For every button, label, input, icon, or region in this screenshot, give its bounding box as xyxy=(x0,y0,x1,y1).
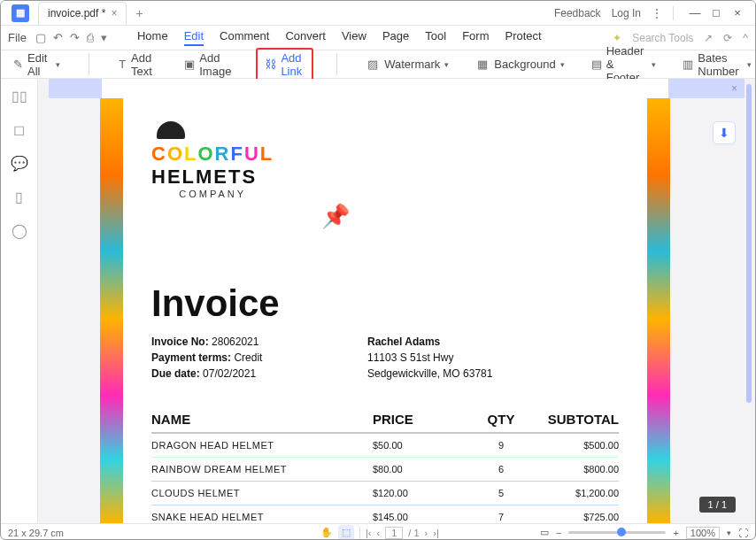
print-icon[interactable]: ⎙ xyxy=(87,31,94,44)
first-page-icon[interactable]: |‹ xyxy=(366,528,372,538)
col-qty: QTY xyxy=(461,412,541,427)
statusbar: 21 x 29.7 cm ✋ ⬚ |‹ ‹ 1 / 1 › ›| ▭ − + 1… xyxy=(1,523,755,540)
current-page-input[interactable]: 1 xyxy=(385,527,403,539)
minimize-button[interactable]: — xyxy=(684,4,706,22)
edit-all-button[interactable]: ✎ Edit All ▾ xyxy=(8,49,66,81)
header-footer-icon: ▤ xyxy=(591,58,602,72)
last-page-icon[interactable]: ›| xyxy=(433,528,439,538)
prev-page-icon[interactable]: ‹ xyxy=(377,528,381,538)
col-subtotal: SUBTOTAL xyxy=(541,412,619,427)
close-tab-icon[interactable]: × xyxy=(111,7,117,19)
view-mode-icon[interactable]: ▭ xyxy=(540,527,549,538)
zoom-level[interactable]: 100% xyxy=(686,527,720,539)
zoom-in-icon[interactable]: + xyxy=(673,528,678,538)
menu-form[interactable]: Form xyxy=(462,29,489,46)
table-header: NAME PRICE QTY SUBTOTAL xyxy=(151,412,619,434)
page-dimensions: 21 x 29.7 cm xyxy=(8,528,64,538)
zoom-out-icon[interactable]: − xyxy=(556,528,561,538)
titlebar: ▦ invoice.pdf * × + Feedback Log In ⋮ — … xyxy=(1,1,755,26)
image-icon: ▣ xyxy=(184,58,195,72)
hand-tool-icon[interactable]: ✋ xyxy=(320,527,333,538)
invoice-table: NAME PRICE QTY SUBTOTAL DRAGON HEAD HELM… xyxy=(151,412,619,523)
watermark-icon: ▨ xyxy=(366,58,380,72)
edit-all-label: Edit All xyxy=(27,51,51,78)
table-row: SNAKE HEAD HELMET $145.00 7 $725.00 xyxy=(151,505,619,523)
search-icon[interactable]: ◯ xyxy=(12,222,27,238)
menu-tool[interactable]: Tool xyxy=(425,29,446,46)
menu-page[interactable]: Page xyxy=(382,29,409,46)
zoom-slider[interactable] xyxy=(568,531,666,534)
collapse-ribbon-icon[interactable]: ^ xyxy=(743,32,748,44)
invoice-title: Invoice xyxy=(151,282,280,325)
bill-addr2: Sedgewickville, MO 63781 xyxy=(367,366,492,382)
app-icon: ▦ xyxy=(8,1,33,26)
pushpin-icon[interactable]: 📌 xyxy=(321,203,350,230)
new-tab-button[interactable]: + xyxy=(135,6,143,20)
helmet-icon xyxy=(157,121,185,139)
page-indicator-badge: 1 / 1 xyxy=(699,497,736,513)
invoice-billto: Rachel Adams 11103 S 51st Hwy Sedgewickv… xyxy=(367,334,492,382)
edit-toolbar: ✎ Edit All ▾ T Add Text ▣ Add Image ⛓ Ad… xyxy=(1,50,755,79)
watermark-button[interactable]: ▨ Watermark ▾ xyxy=(360,55,454,74)
add-text-button[interactable]: T Add Text xyxy=(112,49,163,81)
comments-icon[interactable]: 💬 xyxy=(12,155,27,171)
decorative-right-stripe xyxy=(647,98,670,523)
background-icon: ▦ xyxy=(475,58,490,72)
attachments-icon[interactable]: ▯ xyxy=(12,189,27,204)
vertical-scrollbar[interactable] xyxy=(746,84,752,403)
maximize-button[interactable]: □ xyxy=(706,4,727,22)
bill-name: Rachel Adams xyxy=(367,336,440,348)
cloud-icon[interactable]: ⟳ xyxy=(723,32,732,44)
menu-edit[interactable]: Edit xyxy=(184,29,204,46)
undo-icon[interactable]: ↶ xyxy=(53,31,63,44)
page-navigation: ✋ ⬚ |‹ ‹ 1 / 1 › ›| xyxy=(320,525,439,540)
select-tool-icon[interactable]: ⬚ xyxy=(338,525,354,540)
save-icon[interactable]: ▢ xyxy=(35,31,46,44)
share-icon[interactable]: ↗ xyxy=(704,32,713,44)
next-page-icon[interactable]: › xyxy=(425,528,428,538)
add-link-label: Add Link xyxy=(281,51,305,78)
redo-icon[interactable]: ↷ xyxy=(70,31,80,44)
add-text-label: Add Text xyxy=(131,51,158,78)
feedback-link[interactable]: Feedback xyxy=(554,7,601,19)
col-price: PRICE xyxy=(373,412,461,427)
invoice-no-value: 28062021 xyxy=(212,336,258,348)
thumbnails-icon[interactable]: ▯▯ xyxy=(12,88,27,104)
menu-view[interactable]: View xyxy=(342,29,366,46)
due-label: Due date: xyxy=(151,367,200,380)
edit-icon: ✎ xyxy=(13,58,23,72)
menu-comment[interactable]: Comment xyxy=(220,29,269,46)
table-row: DRAGON HEAD HELMET $50.00 9 $500.00 xyxy=(151,434,619,458)
bates-number-button[interactable]: ▥ Bates Number ▾ xyxy=(677,49,756,81)
file-menu[interactable]: File xyxy=(8,31,27,44)
close-window-button[interactable]: × xyxy=(727,4,748,22)
document-tab[interactable]: invoice.pdf * × xyxy=(38,2,127,25)
menu-home[interactable]: Home xyxy=(137,29,168,46)
floating-save-button[interactable]: ⬇ xyxy=(713,121,736,144)
background-button[interactable]: ▦ Background ▾ xyxy=(470,55,569,74)
add-image-button[interactable]: ▣ Add Image xyxy=(179,49,240,81)
terms-label: Payment terms: xyxy=(151,351,231,364)
bookmarks-icon[interactable]: ◻ xyxy=(12,121,27,137)
pdf-page[interactable]: COLORFUL HELMETS COMPANY 📌 Invoice Invoi… xyxy=(102,79,668,523)
col-name: NAME xyxy=(151,412,373,427)
close-banner-icon[interactable]: × xyxy=(731,82,737,95)
qat-dropdown-icon[interactable]: ▾ xyxy=(101,31,107,44)
kebab-menu-icon[interactable]: ⋮ xyxy=(652,7,662,19)
workarea: ▯▯ ◻ 💬 ▯ ◯ ▸ This document contains inte… xyxy=(1,79,755,523)
logo-line2: HELMETS xyxy=(151,166,274,189)
menu-protect[interactable]: Protect xyxy=(505,29,541,46)
bill-addr1: 11103 S 51st Hwy xyxy=(367,350,492,366)
company-logo: COLORFUL HELMETS COMPANY xyxy=(151,121,274,199)
fit-page-icon[interactable]: ⛶ xyxy=(738,528,748,538)
decorative-left-stripe xyxy=(100,98,123,523)
invoice-meta-left: Invoice No: 28062021 Payment terms: Cred… xyxy=(151,334,262,382)
add-link-button[interactable]: ⛓ Add Link xyxy=(256,48,313,81)
menu-convert[interactable]: Convert xyxy=(285,29,326,46)
link-icon: ⛓ xyxy=(265,58,276,72)
table-row: CLOUDS HELMET $120.00 5 $1,200.00 xyxy=(151,482,619,505)
bates-number-label: Bates Number xyxy=(698,51,742,78)
add-image-label: Add Image xyxy=(199,51,235,78)
login-link[interactable]: Log In xyxy=(612,7,641,19)
logo-line1: COLORFUL xyxy=(151,143,274,166)
